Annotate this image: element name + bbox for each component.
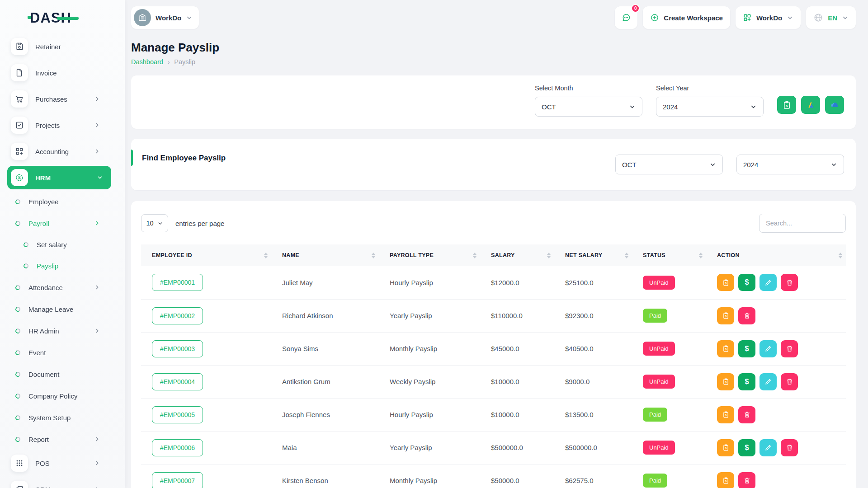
- sidebar-item-invoice[interactable]: Invoice: [0, 60, 125, 86]
- column-header-name[interactable]: NAME: [271, 244, 379, 266]
- pay-button[interactable]: $: [738, 439, 755, 456]
- pay-button[interactable]: $: [738, 373, 755, 390]
- column-header-payroll-type[interactable]: PAYROLL TYPE: [379, 244, 480, 266]
- chevron-right-icon: [94, 148, 100, 155]
- sidebar-item-company-policy[interactable]: Company Policy: [0, 385, 125, 407]
- sidebar-item-event[interactable]: Event: [0, 342, 125, 363]
- select-year-group: Select Year 2024: [656, 84, 764, 117]
- clipboard-dollar-icon: $: [722, 345, 730, 352]
- app-logo[interactable]: DASH: [0, 0, 125, 30]
- sidebar-item-system-setup[interactable]: System Setup: [0, 407, 125, 428]
- chevron-right-icon: [94, 96, 100, 102]
- entries-per-page-select[interactable]: 10: [141, 214, 168, 232]
- employee-id-badge[interactable]: #EMP00003: [152, 340, 203, 357]
- payslip-table: EMPLOYEE IDNAMEPAYROLL TYPESALARYNET SAL…: [141, 244, 846, 488]
- chevron-down-icon: [750, 103, 757, 110]
- employee-name: Richard Atkinson: [271, 299, 379, 332]
- sidebar-item-payroll[interactable]: Payroll: [0, 212, 125, 234]
- sidebar-item-hrm[interactable]: HRM: [7, 166, 111, 189]
- edit-button[interactable]: [760, 340, 777, 357]
- employee-id-badge[interactable]: #EMP00002: [152, 307, 203, 324]
- sidebar-item-report[interactable]: Report: [0, 428, 125, 450]
- edit-button[interactable]: [760, 439, 777, 456]
- sidebar: DASH RetainerInvoicePurchasesProjectsAcc…: [0, 0, 125, 488]
- payslip-button[interactable]: $: [717, 406, 734, 423]
- dollar-icon: $: [745, 278, 749, 286]
- edit-button[interactable]: [760, 274, 777, 291]
- onedrive-export-button[interactable]: [825, 96, 844, 114]
- column-header-salary[interactable]: SALARY: [480, 244, 554, 266]
- employee-name: Joseph Fiennes: [271, 398, 379, 431]
- find-month-select[interactable]: OCT: [615, 155, 723, 174]
- sidebar-item-projects[interactable]: Projects: [0, 112, 125, 138]
- sidebar-item-set-salary[interactable]: Set salary: [0, 234, 125, 255]
- sidebar-item-attendance[interactable]: Attendance: [0, 277, 125, 298]
- google-drive-export-button[interactable]: [801, 96, 820, 114]
- sidebar-item-document[interactable]: Document: [0, 363, 125, 385]
- sidebar-item-purchases[interactable]: Purchases: [0, 86, 125, 112]
- delete-button[interactable]: [738, 472, 755, 488]
- breadcrumb-separator-icon: ›: [168, 59, 170, 66]
- sidebar-item-manage-leave[interactable]: Manage Leave: [0, 298, 125, 320]
- sidebar-item-employee[interactable]: Employee: [0, 191, 125, 212]
- month-select[interactable]: OCT: [535, 97, 642, 117]
- row-actions: $: [717, 472, 842, 488]
- workspace-name: WorkDo: [156, 14, 181, 22]
- breadcrumb-current: Payslip: [174, 58, 195, 66]
- workdo-menu-button[interactable]: WorkDo: [736, 6, 801, 29]
- table-row: #EMP00003Sonya SimsMonthly Payslip$45000…: [141, 332, 846, 365]
- employee-id-badge[interactable]: #EMP00006: [152, 439, 203, 456]
- sidebar-item-label: Payslip: [37, 262, 58, 270]
- sidebar-item-hr-admin[interactable]: HR Admin: [0, 320, 125, 342]
- payslip-button[interactable]: $: [717, 307, 734, 324]
- column-header-net-salary[interactable]: NET SALARY: [554, 244, 632, 266]
- delete-button[interactable]: [738, 406, 755, 423]
- cart-icon: [11, 90, 28, 108]
- delete-button[interactable]: [781, 340, 798, 357]
- bullet-icon: [14, 306, 21, 312]
- payslip-button[interactable]: $: [717, 439, 734, 456]
- language-selector[interactable]: EN: [806, 6, 856, 29]
- pay-button[interactable]: $: [738, 340, 755, 357]
- clipboard-dollar-icon: $: [722, 312, 730, 319]
- employee-name: Antikstion Grum: [271, 365, 379, 398]
- language-value: EN: [828, 14, 837, 22]
- column-header-employee-id[interactable]: EMPLOYEE ID: [141, 244, 271, 266]
- delete-button[interactable]: [781, 274, 798, 291]
- sidebar-item-crm[interactable]: CRM: [0, 476, 125, 488]
- edit-button[interactable]: [760, 373, 777, 390]
- payslip-button[interactable]: $: [717, 472, 734, 488]
- create-workspace-button[interactable]: Create Workspace: [643, 6, 730, 29]
- sidebar-item-payslip[interactable]: Payslip: [0, 255, 125, 277]
- employee-id-badge[interactable]: #EMP00005: [152, 406, 203, 423]
- employee-id-badge[interactable]: #EMP00001: [152, 274, 203, 291]
- find-year-select[interactable]: 2024: [736, 155, 844, 174]
- svg-text:$: $: [725, 446, 726, 450]
- payslip-button[interactable]: $: [717, 373, 734, 390]
- sidebar-item-retainer[interactable]: Retainer: [0, 33, 125, 60]
- workspace-switcher[interactable]: WorkDo: [131, 6, 199, 29]
- employee-id-badge[interactable]: #EMP00007: [152, 472, 203, 488]
- delete-button[interactable]: [781, 373, 798, 390]
- trash-icon: [743, 411, 751, 418]
- hrm-icon: [11, 169, 28, 186]
- year-select[interactable]: 2024: [656, 97, 764, 117]
- employee-id-badge[interactable]: #EMP00004: [152, 373, 203, 390]
- bulk-payment-button[interactable]: $: [777, 96, 796, 114]
- breadcrumb-dashboard-link[interactable]: Dashboard: [131, 58, 163, 66]
- messages-button[interactable]: 0: [615, 6, 637, 29]
- pay-button[interactable]: $: [738, 274, 755, 291]
- delete-button[interactable]: [781, 439, 798, 456]
- sidebar-item-label: Employee: [28, 198, 59, 206]
- payslip-button[interactable]: $: [717, 274, 734, 291]
- sidebar-item-pos[interactable]: POS: [0, 450, 125, 476]
- payslip-button[interactable]: $: [717, 340, 734, 357]
- sidebar-item-accounting[interactable]: Accounting: [0, 138, 125, 164]
- filter-action-buttons: $: [777, 96, 844, 114]
- column-header-action[interactable]: ACTION: [706, 244, 846, 266]
- app-logo-text: DASH: [30, 10, 71, 26]
- delete-button[interactable]: [738, 307, 755, 324]
- search-input[interactable]: [759, 214, 846, 233]
- dollar-icon: $: [745, 444, 749, 452]
- column-header-status[interactable]: STATUS: [632, 244, 706, 266]
